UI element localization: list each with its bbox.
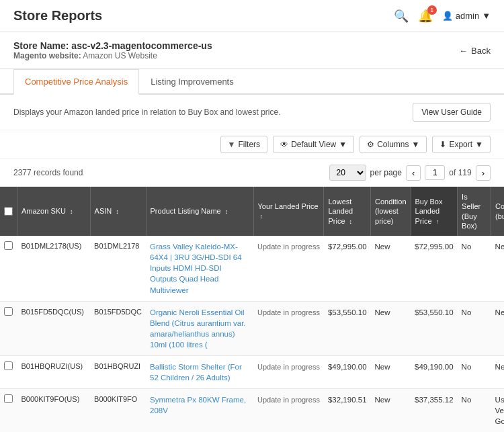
row-name: Grass Valley Kaleido-MX-64X4 | 3RU 3G/HD… (146, 236, 253, 301)
col-header-asin[interactable]: ASIN ↕ (90, 187, 146, 236)
export-button[interactable]: ⬇ Export ▼ (432, 136, 491, 153)
table-row: B01DML2178(US) B01DML2178 Grass Valley K… (0, 236, 504, 301)
landed-sort-icon: ↕ (260, 213, 263, 220)
product-link[interactable]: Symmetra Px 80KW Frame, 208V (150, 396, 246, 415)
col-header-condition-lowest: Condition (lowest price) (371, 187, 411, 236)
row-asin: B000KIT9FO (90, 389, 146, 432)
default-view-button[interactable]: 👁 Default View ▼ (273, 136, 354, 153)
page-number-input[interactable] (425, 165, 445, 180)
row-condition-lowest: New (371, 301, 411, 355)
row-checkbox[interactable] (4, 241, 13, 250)
lowest-sort-icon: ↕ (349, 218, 353, 225)
row-is-seller: No (458, 301, 491, 355)
prev-page-button[interactable]: ‹ (406, 165, 421, 181)
filters-button[interactable]: ▼ Filters (220, 136, 268, 153)
admin-menu[interactable]: 👤 admin ▼ (442, 11, 491, 21)
records-count: 2377 records found (13, 168, 83, 177)
search-icon[interactable]: 🔍 (394, 9, 409, 24)
row-buy-box-landed: $53,550.10 (411, 301, 458, 355)
col-header-condition-buy-box: Condition (buy box) (491, 187, 504, 236)
tabs-container: Competitive Price Analysis Listing Impro… (0, 69, 504, 95)
row-condition-lowest: New (371, 356, 411, 389)
row-checkbox[interactable] (4, 361, 13, 370)
row-buy-box-landed: $49,190.00 (411, 356, 458, 389)
select-all-checkbox[interactable] (4, 207, 13, 216)
row-name: Organic Neroli Essential Oil Blend (Citr… (146, 301, 253, 355)
columns-label: Columns (377, 140, 409, 149)
data-table-wrap: Amazon SKU ↕ ASIN ↕ Product Listing Name… (0, 187, 504, 432)
records-row: 2377 records found 20 50 100 200 per pag… (0, 159, 504, 187)
landed-price-value: Update in progress (257, 396, 320, 404)
col-header-name[interactable]: Product Listing Name ↕ (146, 187, 253, 236)
asin-sort-icon: ↕ (116, 208, 119, 215)
per-page-label: per page (370, 168, 402, 177)
row-checkbox[interactable] (4, 394, 13, 403)
columns-button[interactable]: ⚙ Columns ▼ (360, 136, 427, 153)
data-table: Amazon SKU ↕ ASIN ↕ Product Listing Name… (0, 187, 504, 432)
sku-sort-icon: ↕ (70, 208, 73, 215)
default-view-label: Default View (291, 140, 336, 149)
main-content: Competitive Price Analysis Listing Impro… (0, 69, 504, 432)
row-sku: B000KIT9FO(US) (17, 389, 91, 432)
pagination: 20 50 100 200 per page ‹ of 119 › (329, 165, 491, 181)
product-link[interactable]: Grass Valley Kaleido-MX-64X4 | 3RU 3G/HD… (150, 243, 242, 294)
filters-label: Filters (238, 140, 260, 149)
row-condition-buy-box: New (491, 356, 504, 389)
tab-competitive-price[interactable]: Competitive Price Analysis (13, 69, 139, 95)
next-page-button[interactable]: › (476, 165, 491, 181)
row-is-seller: No (458, 356, 491, 389)
row-checkbox[interactable] (4, 307, 13, 316)
row-name: Symmetra Px 80KW Frame, 208V (146, 389, 253, 432)
row-condition-buy-box: New (491, 236, 504, 301)
col-header-buy-box[interactable]: Buy Box Landed Price ↑ (411, 187, 458, 236)
landed-price-value: Update in progress (257, 363, 320, 371)
row-condition-buy-box: Used; Very Good (491, 389, 504, 432)
col-header-lowest-landed[interactable]: Lowest Landed Price ↕ (324, 187, 371, 236)
admin-label-text: admin (456, 11, 479, 21)
row-sku: B01HBQRUZI(US) (17, 356, 91, 389)
tab-listing-improvements[interactable]: Listing Improvements (139, 69, 245, 95)
default-view-chevron-icon: ▼ (339, 140, 347, 149)
row-checkbox-cell (0, 389, 17, 432)
back-label: Back (471, 46, 491, 56)
product-link[interactable]: Ballistic Storm Shelter (For 52 Children… (150, 363, 242, 382)
row-condition-lowest: New (371, 389, 411, 432)
row-lowest-landed: $72,995.00 (324, 236, 371, 301)
header-actions: 🔍 🔔 1 👤 admin ▼ (394, 9, 491, 24)
back-arrow-icon: ← (459, 46, 468, 56)
admin-user-icon: 👤 (442, 11, 453, 21)
notification-bell-icon[interactable]: 🔔 1 (418, 9, 433, 24)
row-lowest-landed: $32,190.51 (324, 389, 371, 432)
row-name: Ballistic Storm Shelter (For 52 Children… (146, 356, 253, 389)
row-lowest-landed: $49,190.00 (324, 356, 371, 389)
row-buy-box-landed: $37,355.12 (411, 389, 458, 432)
notification-badge: 1 (427, 5, 437, 15)
row-landed-price: Update in progress (253, 236, 324, 301)
name-sort-icon: ↕ (225, 208, 228, 215)
row-checkbox-cell (0, 301, 17, 355)
row-is-seller: No (458, 236, 491, 301)
row-sku: B015FD5DQC(US) (17, 301, 91, 355)
row-checkbox-cell (0, 356, 17, 389)
page-title: Store Reports (13, 8, 102, 24)
col-header-landed-price[interactable]: Your Landed Price ↕ (253, 187, 324, 236)
per-page-select[interactable]: 20 50 100 200 (329, 165, 366, 181)
table-row: B01HBQRUZI(US) B01HBQRUZI Ballistic Stor… (0, 356, 504, 389)
row-sku: B01DML2178(US) (17, 236, 91, 301)
product-link[interactable]: Organic Neroli Essential Oil Blend (Citr… (150, 308, 246, 349)
export-icon: ⬇ (439, 140, 446, 149)
store-info-bar: Store Name: asc-v2.3-magentocommerce-us … (0, 32, 504, 69)
back-button[interactable]: ← Back (459, 46, 491, 56)
row-condition-buy-box: New (491, 301, 504, 355)
row-buy-box-landed: $72,995.00 (411, 236, 458, 301)
row-condition-lowest: New (371, 236, 411, 301)
view-user-guide-button[interactable]: View User Guide (413, 103, 491, 122)
store-website: Magento website: Amazon US Website (13, 51, 212, 60)
page-total: of 119 (449, 168, 471, 177)
export-label: Export (449, 140, 472, 149)
table-row: B015FD5DQC(US) B015FD5DQC Organic Neroli… (0, 301, 504, 355)
col-header-sku[interactable]: Amazon SKU ↕ (17, 187, 91, 236)
toolbar: ▼ Filters 👁 Default View ▼ ⚙ Columns ▼ ⬇… (0, 130, 504, 159)
columns-chevron-icon: ▼ (412, 140, 420, 149)
row-is-seller: No (458, 389, 491, 432)
